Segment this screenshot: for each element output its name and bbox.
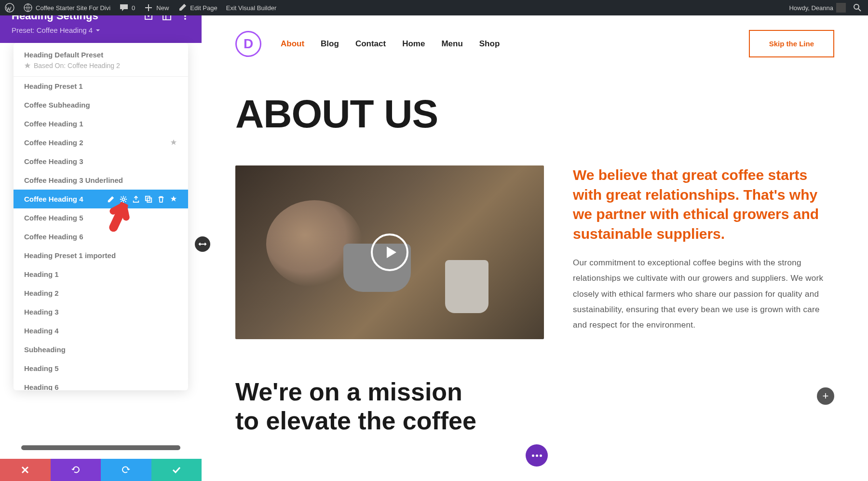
star-icon[interactable] [170,139,177,147]
home-icon [23,3,33,13]
preset-item-label: Heading 6 [24,383,59,390]
preset-item[interactable]: Subheading [14,340,188,359]
nav-item-contact[interactable]: Contact [355,39,386,49]
preset-default-title: Heading Default Preset [24,51,177,59]
skip-line-button[interactable]: Skip the Line [749,30,834,57]
new-label: New [156,4,169,12]
about-body: Our commitment to exceptional coffee beg… [573,255,834,333]
preset-item[interactable]: Coffee Heading 1 [14,114,188,133]
preset-item-label: Coffee Subheading [24,101,90,109]
plus-icon [144,3,153,13]
site-name-text: Coffee Starter Site For Divi [36,4,110,12]
nav-item-about[interactable]: About [281,39,304,49]
close-button[interactable] [0,459,51,481]
page-preview: D AboutBlogContactHomeMenuShop Skip the … [202,15,868,481]
preset-item-label: Coffee Heading 1 [24,120,83,128]
preset-item[interactable]: Coffee Heading 3 Underlined [14,171,188,190]
video-thumbnail[interactable] [235,165,544,339]
preset-dropdown: Heading Default Preset Based On: Coffee … [14,43,188,390]
save-button[interactable] [151,459,202,481]
mission-heading: We're on a mission to elevate the coffee [235,378,486,436]
preset-item-label: Coffee Heading 4 [24,195,83,203]
preset-item[interactable]: Heading 5 [14,359,188,378]
star-icon [24,62,31,69]
heading-settings-panel: Heading Settings Preset: Coffee Heading … [0,0,202,481]
comments-link[interactable]: 0 [119,3,135,13]
preset-item[interactable]: Heading Preset 1 [14,77,188,96]
avatar [836,3,846,13]
preset-item-label: Heading Preset 1 imported [24,251,116,260]
preset-label: Preset: Coffee Heading 4 [12,26,93,34]
panel-footer-actions [0,459,202,481]
site-nav: AboutBlogContactHomeMenuShop [281,39,500,49]
wp-admin-bar: Coffee Starter Site For Divi 0 New Edit … [0,0,868,15]
preset-item[interactable]: Heading 1 [14,265,188,284]
about-heading: We believe that great coffee starts with… [573,165,834,244]
svg-point-10 [122,198,124,200]
preset-item[interactable]: Heading Preset 1 imported [14,246,188,265]
preset-item-label: Heading 2 [24,289,59,297]
preset-item-label: Heading 5 [24,364,59,372]
nav-item-menu[interactable]: Menu [441,39,462,49]
preset-item[interactable]: Heading 3 [14,302,188,321]
svg-point-9 [184,18,186,20]
preset-default-based: Based On: Coffee Heading 2 [24,62,177,69]
play-button[interactable] [371,234,408,271]
preset-selector[interactable]: Preset: Coffee Heading 4 [12,26,190,34]
builder-fab[interactable] [526,444,548,467]
page-title: ABOUT US [235,91,834,137]
preset-item[interactable]: Coffee Heading 2 [14,133,188,152]
site-header: D AboutBlogContactHomeMenuShop Skip the … [202,15,868,72]
add-module-button[interactable]: + [817,387,834,405]
preset-item-label: Coffee Heading 3 Underlined [24,176,123,184]
about-row: We believe that great coffee starts with… [235,165,834,339]
preset-item[interactable]: Heading 4 [14,321,188,340]
wp-logo[interactable] [5,3,14,13]
edit-page-link[interactable]: Edit Page [177,3,217,13]
comment-count: 0 [132,4,135,12]
video-overlay [235,165,544,339]
export-icon[interactable] [132,195,140,203]
nav-item-shop[interactable]: Shop [479,39,500,49]
preset-item-label: Subheading [24,345,66,354]
star-icon[interactable] [170,195,177,203]
redo-button[interactable] [101,459,151,481]
edit-page-label: Edit Page [190,4,217,12]
svg-rect-11 [146,196,150,200]
page-content: ABOUT US We believe that great coffee st… [202,72,868,455]
nav-item-home[interactable]: Home [402,39,425,49]
undo-button[interactable] [51,459,101,481]
svg-rect-12 [147,198,151,202]
user-greeting[interactable]: Howdy, Deanna [789,3,846,13]
preset-item-label: Coffee Heading 2 [24,138,83,147]
panel-resize-handle[interactable] [195,236,210,252]
preset-item[interactable]: Coffee Heading 4 [14,190,188,208]
nav-item-blog[interactable]: Blog [321,39,339,49]
pencil-icon [177,3,187,13]
preset-item[interactable]: Heading 2 [14,284,188,302]
scroll-indicator[interactable] [21,445,180,450]
mission-row: We're on a mission to elevate the coffee… [235,378,834,436]
trash-icon[interactable] [157,195,165,203]
duplicate-icon[interactable] [145,195,152,203]
about-text-block: We believe that great coffee starts with… [573,165,834,333]
search-icon [853,3,862,13]
new-link[interactable]: New [144,3,169,13]
preset-item[interactable]: Coffee Subheading [14,96,188,114]
exit-builder-link[interactable]: Exit Visual Builder [226,4,277,12]
preset-default-section[interactable]: Heading Default Preset Based On: Coffee … [14,43,188,77]
play-icon [384,245,398,260]
preset-item-label: Heading Preset 1 [24,82,83,90]
preset-item-label: Heading 3 [24,308,59,316]
preset-item[interactable]: Coffee Heading 3 [14,152,188,171]
preset-item-label: Coffee Heading 5 [24,214,83,222]
preset-item-label: Coffee Heading 6 [24,233,83,241]
preset-item[interactable]: Heading 6 [14,378,188,390]
site-name-link[interactable]: Coffee Starter Site For Divi [23,3,110,13]
search-toggle[interactable] [853,3,862,13]
site-logo[interactable]: D [235,31,261,57]
more-dots-icon [532,454,542,457]
comment-icon [119,3,129,13]
preset-item-label: Coffee Heading 3 [24,157,83,165]
preset-list: Heading Preset 1Coffee SubheadingCoffee … [14,77,188,390]
